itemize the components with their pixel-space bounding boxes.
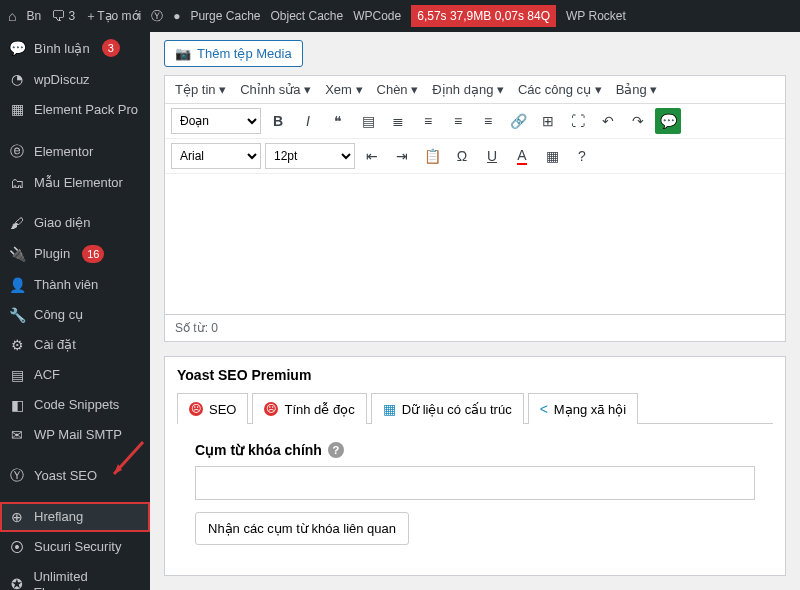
help-icon[interactable]: ? [328,442,344,458]
sidebar-item-label: Yoast SEO [34,468,97,483]
editor-menu-item[interactable]: Các công cụ ▾ [518,82,602,97]
textcolor-button[interactable]: A [509,143,535,169]
sidebar-icon: Ⓨ [8,467,26,485]
sidebar-icon: ◧ [8,397,26,413]
sidebar-item-plugin[interactable]: 🔌Plugin16 [0,238,150,270]
sidebar-item-unlimited-elements[interactable]: ✪Unlimited Elements [0,562,150,591]
new-link[interactable]: ＋ Tạo mới [85,8,141,25]
more-button[interactable]: ⊞ [535,108,561,134]
toolbar-row-1: Đoạn B I ❝ ▤ ≣ ≡ ≡ ≡ 🔗 ⊞ ⛶ ↶ ↷ 💬 [165,104,785,139]
numberlist-button[interactable]: ≣ [385,108,411,134]
italic-button[interactable]: I [295,108,321,134]
wp-rocket-link[interactable]: WP Rocket [566,9,626,23]
yoast-tab-3[interactable]: <Mạng xã hội [528,393,639,424]
bulletlist-button[interactable]: ▤ [355,108,381,134]
yoast-tab-label: Dữ liệu có cấu trúc [402,402,512,417]
sidebar-item-label: Mẫu Elementor [34,175,123,190]
indent-button[interactable]: ⇥ [389,143,415,169]
clipboard-button[interactable]: 📋 [419,143,445,169]
yoast-tab-label: Tính dễ đọc [284,402,354,417]
dot-icon[interactable]: ● [173,9,180,23]
sidebar-item-label: wpDiscuz [34,72,90,87]
home-icon[interactable]: ⌂ [8,8,16,24]
editor-menu-item[interactable]: Chèn ▾ [377,82,419,97]
sidebar-item-label: Cài đặt [34,337,76,352]
sidebar-icon: ⓔ [8,143,26,161]
align-center-button[interactable]: ≡ [445,108,471,134]
related-keywords-button[interactable]: Nhận các cụm từ khóa liên quan [195,512,409,545]
sidebar-item-wp-mail-smtp[interactable]: ✉WP Mail SMTP [0,420,150,450]
quote-button[interactable]: ❝ [325,108,351,134]
comments-link[interactable]: 🗨 3 [51,8,75,24]
sidebar-item-thành-viên[interactable]: 👤Thành viên [0,270,150,300]
comment-insert-button[interactable]: 💬 [655,108,681,134]
perf-metrics[interactable]: 6,57s 37,9MB 0,07s 84Q [411,5,556,27]
undo-button[interactable]: ↶ [595,108,621,134]
sidebar-item-label: Sucuri Security [34,539,121,554]
editor-menu-item[interactable]: Định dạng ▾ [432,82,504,97]
purge-cache-link[interactable]: Purge Cache [190,9,260,23]
size-select[interactable]: 12pt [265,143,355,169]
sidebar-item-bình-luận[interactable]: 💬Bình luận3 [0,32,150,64]
editor-menu-item[interactable]: Chỉnh sửa ▾ [240,82,311,97]
focus-keyword-label: Cụm từ khóa chính ? [195,442,755,458]
sidebar-item-acf[interactable]: ▤ACF [0,360,150,390]
sidebar-icon: ⦿ [8,539,26,555]
yoast-tab-0[interactable]: ☹SEO [177,393,248,424]
redo-button[interactable]: ↷ [625,108,651,134]
bold-button[interactable]: B [265,108,291,134]
sidebar-item-sucuri-security[interactable]: ⦿Sucuri Security [0,532,150,562]
help-button[interactable]: ? [569,143,595,169]
yoast-tab-2[interactable]: ▦Dữ liệu có cấu trúc [371,393,524,424]
align-right-button[interactable]: ≡ [475,108,501,134]
admin-sidebar: 💬Bình luận3◔wpDiscuz▦Element Pack ProⓔEl… [0,32,150,590]
sidebar-icon: ▤ [8,367,26,383]
site-short[interactable]: Bn [26,9,41,23]
sidebar-item-elementor[interactable]: ⓔElementor [0,136,150,168]
sidebar-item-element-pack-pro[interactable]: ▦Element Pack Pro [0,94,150,126]
format-select[interactable]: Đoạn [171,108,261,134]
count-badge: 16 [82,245,104,263]
editor-menu-item[interactable]: Bảng ▾ [616,82,658,97]
sidebar-icon: 🗂 [8,175,26,191]
sidebar-item-cài-đặt[interactable]: ⚙Cài đặt [0,330,150,360]
sidebar-icon: 👤 [8,277,26,293]
word-count: Số từ: 0 [164,315,786,342]
table-button[interactable]: ▦ [539,143,565,169]
editor-menu-item[interactable]: Xem ▾ [325,82,362,97]
outdent-button[interactable]: ⇤ [359,143,385,169]
sidebar-item-giao-diện[interactable]: 🖌Giao diện [0,208,150,238]
content-area: 📷 Thêm tệp Media Tệp tin ▾Chỉnh sửa ▾Xem… [150,32,800,590]
focus-keyword-input[interactable] [195,466,755,500]
yoast-tab-1[interactable]: ☹Tính dễ đọc [252,393,366,424]
sidebar-item-label: Công cụ [34,307,83,322]
sidebar-item-code-snippets[interactable]: ◧Code Snippets [0,390,150,420]
add-media-label: Thêm tệp Media [197,46,292,61]
editor-menu-item[interactable]: Tệp tin ▾ [175,82,226,97]
sidebar-item-wpdiscuz[interactable]: ◔wpDiscuz [0,64,150,94]
comment-icon: 🗨 [51,8,65,24]
sidebar-item-hreflang[interactable]: ⊕Hreflang [0,502,150,532]
object-cache-link[interactable]: Object Cache [270,9,343,23]
align-left-button[interactable]: ≡ [415,108,441,134]
omega-button[interactable]: Ω [449,143,475,169]
sidebar-icon: 🔧 [8,307,26,323]
wpcode-link[interactable]: WPCode [353,9,401,23]
link-button[interactable]: 🔗 [505,108,531,134]
sidebar-item-yoast-seo[interactable]: ⓎYoast SEO [0,460,150,492]
underline-button[interactable]: U [479,143,505,169]
add-media-button[interactable]: 📷 Thêm tệp Media [164,40,303,67]
count-badge: 3 [102,39,120,57]
sidebar-item-công-cụ[interactable]: 🔧Công cụ [0,300,150,330]
font-select[interactable]: Arial [171,143,261,169]
sidebar-item-mẫu-elementor[interactable]: 🗂Mẫu Elementor [0,168,150,198]
sidebar-item-label: Thành viên [34,277,98,292]
sidebar-item-label: Unlimited Elements [33,569,142,591]
fullscreen-button[interactable]: ⛶ [565,108,591,134]
editor-menubar: Tệp tin ▾Chỉnh sửa ▾Xem ▾Chèn ▾Định dạng… [165,76,785,104]
sidebar-item-label: Element Pack Pro [34,102,138,118]
yoast-top-icon[interactable]: Ⓨ [151,8,163,25]
editor-textarea[interactable] [165,174,785,314]
yoast-tab-label: Mạng xã hội [554,402,626,417]
yoast-seo-panel: Cụm từ khóa chính ? Nhận các cụm từ khóa… [177,423,773,563]
